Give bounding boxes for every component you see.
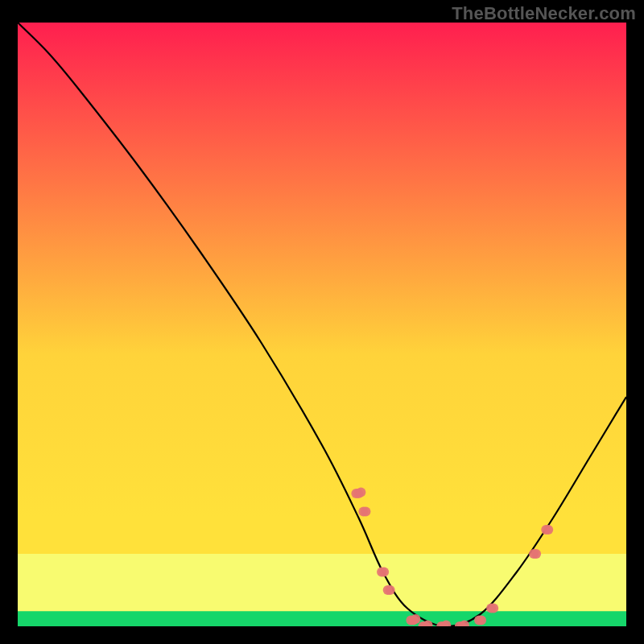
data-point (531, 549, 541, 559)
watermark-text: TheBottleNecker.com (452, 3, 636, 24)
chart-stage: TheBottleNecker.com (0, 0, 644, 644)
lower-yellow-band (18, 554, 626, 614)
gradient-background (18, 23, 626, 626)
data-point (386, 585, 395, 595)
chart-svg (18, 23, 626, 626)
data-point (489, 604, 498, 613)
data-point (543, 525, 553, 535)
plot-area (18, 23, 626, 626)
data-point (356, 488, 365, 497)
data-point (379, 568, 389, 577)
data-point (477, 616, 486, 625)
data-point (411, 614, 420, 624)
footer-green-band (18, 611, 626, 626)
data-point (361, 507, 370, 517)
